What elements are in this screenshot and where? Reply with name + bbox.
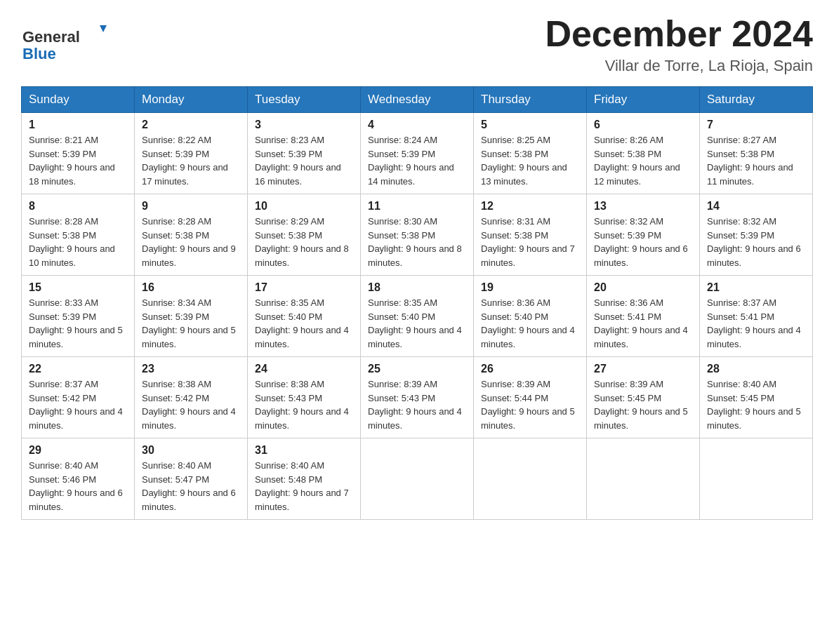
day-info: Sunrise: 8:39 AMSunset: 5:45 PMDaylight:… (594, 379, 688, 431)
calendar-cell: 25 Sunrise: 8:39 AMSunset: 5:43 PMDaylig… (361, 357, 474, 438)
day-number: 4 (368, 119, 466, 131)
day-info: Sunrise: 8:35 AMSunset: 5:40 PMDaylight:… (255, 297, 349, 349)
logo: General Blue (21, 20, 112, 62)
calendar-cell: 19 Sunrise: 8:36 AMSunset: 5:40 PMDaylig… (474, 276, 587, 357)
logo-svg: General Blue (21, 20, 112, 62)
day-number: 3 (255, 119, 353, 131)
day-info: Sunrise: 8:40 AMSunset: 5:47 PMDaylight:… (142, 460, 236, 512)
day-info: Sunrise: 8:32 AMSunset: 5:39 PMDaylight:… (594, 216, 688, 268)
header-wednesday: Wednesday (361, 87, 474, 113)
day-info: Sunrise: 8:23 AMSunset: 5:39 PMDaylight:… (255, 135, 341, 187)
day-info: Sunrise: 8:38 AMSunset: 5:43 PMDaylight:… (255, 379, 349, 431)
day-number: 29 (29, 444, 127, 457)
day-number: 1 (29, 119, 127, 131)
calendar-cell: 18 Sunrise: 8:35 AMSunset: 5:40 PMDaylig… (361, 276, 474, 357)
header-friday: Friday (587, 87, 700, 113)
calendar-cell: 15 Sunrise: 8:33 AMSunset: 5:39 PMDaylig… (22, 276, 135, 357)
day-number: 9 (142, 200, 240, 213)
svg-marker-1 (100, 25, 107, 32)
week-row-2: 8 Sunrise: 8:28 AMSunset: 5:38 PMDayligh… (22, 194, 813, 276)
header-monday: Monday (135, 87, 248, 113)
calendar-cell: 22 Sunrise: 8:37 AMSunset: 5:42 PMDaylig… (22, 357, 135, 438)
day-info: Sunrise: 8:35 AMSunset: 5:40 PMDaylight:… (368, 297, 462, 349)
day-info: Sunrise: 8:22 AMSunset: 5:39 PMDaylight:… (142, 135, 228, 187)
calendar-cell: 12 Sunrise: 8:31 AMSunset: 5:38 PMDaylig… (474, 194, 587, 276)
day-info: Sunrise: 8:28 AMSunset: 5:38 PMDaylight:… (29, 216, 115, 268)
day-info: Sunrise: 8:36 AMSunset: 5:41 PMDaylight:… (594, 297, 688, 349)
week-row-4: 22 Sunrise: 8:37 AMSunset: 5:42 PMDaylig… (22, 357, 813, 438)
day-info: Sunrise: 8:32 AMSunset: 5:39 PMDaylight:… (707, 216, 801, 268)
day-info: Sunrise: 8:25 AMSunset: 5:38 PMDaylight:… (481, 135, 567, 187)
day-number: 13 (594, 200, 692, 213)
day-number: 10 (255, 200, 353, 213)
day-info: Sunrise: 8:34 AMSunset: 5:39 PMDaylight:… (142, 297, 236, 349)
day-number: 5 (481, 119, 579, 131)
calendar-cell: 2 Sunrise: 8:22 AMSunset: 5:39 PMDayligh… (135, 113, 248, 194)
calendar-header-row: SundayMondayTuesdayWednesdayThursdayFrid… (22, 87, 813, 113)
calendar-cell: 1 Sunrise: 8:21 AMSunset: 5:39 PMDayligh… (22, 113, 135, 194)
day-number: 23 (142, 363, 240, 375)
day-number: 18 (368, 281, 466, 294)
calendar-cell: 6 Sunrise: 8:26 AMSunset: 5:38 PMDayligh… (587, 113, 700, 194)
calendar-cell: 3 Sunrise: 8:23 AMSunset: 5:39 PMDayligh… (248, 113, 361, 194)
page-header: General Blue December 2024 Villar de Tor… (21, 14, 813, 75)
day-number: 28 (707, 363, 805, 375)
day-info: Sunrise: 8:36 AMSunset: 5:40 PMDaylight:… (481, 297, 575, 349)
title-area: December 2024 Villar de Torre, La Rioja,… (545, 14, 813, 75)
calendar-cell (587, 438, 700, 520)
day-number: 15 (29, 281, 127, 294)
week-row-1: 1 Sunrise: 8:21 AMSunset: 5:39 PMDayligh… (22, 113, 813, 194)
calendar-cell: 10 Sunrise: 8:29 AMSunset: 5:38 PMDaylig… (248, 194, 361, 276)
day-number: 14 (707, 200, 805, 213)
day-info: Sunrise: 8:37 AMSunset: 5:41 PMDaylight:… (707, 297, 801, 349)
calendar-cell: 9 Sunrise: 8:28 AMSunset: 5:38 PMDayligh… (135, 194, 248, 276)
header-thursday: Thursday (474, 87, 587, 113)
day-number: 21 (707, 281, 805, 294)
day-info: Sunrise: 8:39 AMSunset: 5:44 PMDaylight:… (481, 379, 575, 431)
header-sunday: Sunday (22, 87, 135, 113)
day-info: Sunrise: 8:37 AMSunset: 5:42 PMDaylight:… (29, 379, 123, 431)
month-title: December 2024 (545, 14, 813, 54)
day-info: Sunrise: 8:38 AMSunset: 5:42 PMDaylight:… (142, 379, 236, 431)
day-number: 27 (594, 363, 692, 375)
day-number: 11 (368, 200, 466, 213)
day-number: 25 (368, 363, 466, 375)
calendar-cell: 26 Sunrise: 8:39 AMSunset: 5:44 PMDaylig… (474, 357, 587, 438)
day-number: 30 (142, 444, 240, 457)
day-info: Sunrise: 8:29 AMSunset: 5:38 PMDaylight:… (255, 216, 349, 268)
calendar-cell: 4 Sunrise: 8:24 AMSunset: 5:39 PMDayligh… (361, 113, 474, 194)
svg-text:General: General (22, 28, 80, 46)
calendar-cell: 13 Sunrise: 8:32 AMSunset: 5:39 PMDaylig… (587, 194, 700, 276)
day-info: Sunrise: 8:24 AMSunset: 5:39 PMDaylight:… (368, 135, 454, 187)
day-number: 2 (142, 119, 240, 131)
day-info: Sunrise: 8:30 AMSunset: 5:38 PMDaylight:… (368, 216, 462, 268)
day-info: Sunrise: 8:40 AMSunset: 5:45 PMDaylight:… (707, 379, 801, 431)
day-info: Sunrise: 8:21 AMSunset: 5:39 PMDaylight:… (29, 135, 115, 187)
header-tuesday: Tuesday (248, 87, 361, 113)
day-info: Sunrise: 8:39 AMSunset: 5:43 PMDaylight:… (368, 379, 462, 431)
calendar-cell (700, 438, 813, 520)
calendar-cell: 14 Sunrise: 8:32 AMSunset: 5:39 PMDaylig… (700, 194, 813, 276)
day-info: Sunrise: 8:31 AMSunset: 5:38 PMDaylight:… (481, 216, 575, 268)
calendar-cell: 28 Sunrise: 8:40 AMSunset: 5:45 PMDaylig… (700, 357, 813, 438)
day-number: 6 (594, 119, 692, 131)
header-saturday: Saturday (700, 87, 813, 113)
day-info: Sunrise: 8:27 AMSunset: 5:38 PMDaylight:… (707, 135, 793, 187)
calendar-cell: 8 Sunrise: 8:28 AMSunset: 5:38 PMDayligh… (22, 194, 135, 276)
day-info: Sunrise: 8:40 AMSunset: 5:48 PMDaylight:… (255, 460, 349, 512)
calendar-cell: 17 Sunrise: 8:35 AMSunset: 5:40 PMDaylig… (248, 276, 361, 357)
day-number: 22 (29, 363, 127, 375)
calendar-cell: 21 Sunrise: 8:37 AMSunset: 5:41 PMDaylig… (700, 276, 813, 357)
calendar-cell: 11 Sunrise: 8:30 AMSunset: 5:38 PMDaylig… (361, 194, 474, 276)
day-number: 19 (481, 281, 579, 294)
calendar-cell: 16 Sunrise: 8:34 AMSunset: 5:39 PMDaylig… (135, 276, 248, 357)
location-title: Villar de Torre, La Rioja, Spain (545, 57, 813, 75)
calendar-cell: 7 Sunrise: 8:27 AMSunset: 5:38 PMDayligh… (700, 113, 813, 194)
calendar-cell: 31 Sunrise: 8:40 AMSunset: 5:48 PMDaylig… (248, 438, 361, 520)
day-info: Sunrise: 8:33 AMSunset: 5:39 PMDaylight:… (29, 297, 123, 349)
calendar-cell (474, 438, 587, 520)
svg-text:Blue: Blue (22, 45, 56, 62)
week-row-5: 29 Sunrise: 8:40 AMSunset: 5:46 PMDaylig… (22, 438, 813, 520)
calendar-cell: 24 Sunrise: 8:38 AMSunset: 5:43 PMDaylig… (248, 357, 361, 438)
week-row-3: 15 Sunrise: 8:33 AMSunset: 5:39 PMDaylig… (22, 276, 813, 357)
